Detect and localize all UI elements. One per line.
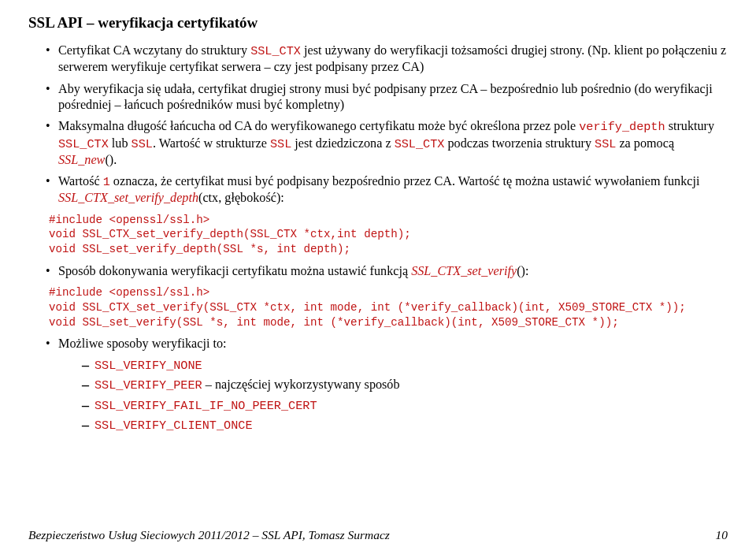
sub-list: SSL_VERIFY_NONE SSL_VERIFY_PEER – najczę… bbox=[58, 357, 728, 434]
code-inline: SSL bbox=[132, 137, 153, 151]
fn-name: SSL_new bbox=[58, 153, 105, 167]
text: . Wartość w strukturze bbox=[153, 136, 270, 151]
page-number: 10 bbox=[716, 528, 728, 542]
text: – najczęściej wykorzystywany sposób bbox=[202, 378, 400, 392]
code-inline: SSL_CTX bbox=[58, 137, 109, 151]
const-name: SSL_VERIFY_NONE bbox=[94, 359, 202, 373]
bullet-4: Wartość 1 oznacza, że certyfikat musi by… bbox=[46, 173, 728, 207]
sub-item-3: SSL_VERIFY_FAIL_IF_NO_PEER_CERT bbox=[82, 397, 728, 414]
footer: Bezpieczeństwo Usług Sieciowych 2011/201… bbox=[28, 528, 728, 542]
text: podczas tworzenia struktury bbox=[444, 136, 595, 151]
main-list-cont1: Sposób dokonywania weryfikacji certyfika… bbox=[28, 263, 728, 279]
const-name: SSL_VERIFY_CLIENT_ONCE bbox=[94, 419, 253, 433]
sub-item-4: SSL_VERIFY_CLIENT_ONCE bbox=[82, 417, 728, 434]
bullet-2: Aby weryfikacja się udała, certyfikat dr… bbox=[46, 81, 728, 113]
text: lub bbox=[109, 136, 132, 151]
text: za pomocą bbox=[616, 136, 674, 151]
code-inline: SSL_CTX bbox=[250, 44, 301, 58]
text: : bbox=[525, 264, 529, 278]
code-inline: verify_depth bbox=[579, 120, 665, 134]
text: : bbox=[280, 191, 284, 205]
text: Certyfikat CA wczytany do struktury bbox=[58, 43, 250, 58]
main-list: Certyfikat CA wczytany do struktury SSL_… bbox=[28, 43, 728, 207]
text: oznacza, że certyfikat musi być podpisan… bbox=[110, 174, 700, 188]
text: () bbox=[105, 153, 113, 167]
page: SSL API – weryfikacja certyfikatów Certy… bbox=[0, 0, 756, 547]
code-inline: SSL bbox=[595, 137, 616, 151]
text: Aby weryfikacja się udała, certyfikat dr… bbox=[58, 82, 713, 112]
text: jest dziedziczona z bbox=[291, 136, 394, 151]
fn-name: SSL_CTX_set_verify_depth bbox=[58, 191, 198, 205]
bullet-6: Możliwe sposoby weryfikacji to: SSL_VERI… bbox=[46, 336, 728, 434]
code-inline: 1 bbox=[103, 175, 110, 189]
const-name: SSL_VERIFY_PEER bbox=[94, 378, 202, 393]
text: . bbox=[113, 153, 117, 167]
bullet-1: Certyfikat CA wczytany do struktury SSL_… bbox=[46, 43, 728, 76]
code-inline: SSL_CTX bbox=[395, 137, 445, 151]
footer-left: Bezpieczeństwo Usług Sieciowych 2011/201… bbox=[28, 528, 390, 542]
text: Wartość bbox=[58, 174, 103, 188]
text: Sposób dokonywania weryfikacji certyfika… bbox=[58, 264, 411, 278]
page-title: SSL API – weryfikacja certyfikatów bbox=[28, 14, 728, 32]
text: struktury bbox=[665, 119, 715, 133]
code-inline: SSL bbox=[270, 137, 291, 151]
arg: ctx bbox=[202, 191, 218, 205]
sub-item-2: SSL_VERIFY_PEER – najczęściej wykorzysty… bbox=[82, 377, 728, 393]
arg: głębokość bbox=[224, 191, 276, 205]
sub-item-1: SSL_VERIFY_NONE bbox=[82, 357, 728, 374]
text: Możliwe sposoby weryfikacji to: bbox=[58, 337, 227, 351]
fn-name: SSL_CTX_set_verify bbox=[411, 264, 517, 278]
code-block-2: #include <openssl/ssl.h> void SSL_CTX_se… bbox=[49, 285, 728, 329]
main-list-cont2: Możliwe sposoby weryfikacji to: SSL_VERI… bbox=[28, 336, 728, 434]
text: Maksymalna długość łańcucha od CA do wer… bbox=[58, 119, 579, 133]
bullet-3: Maksymalna długość łańcucha od CA do wer… bbox=[46, 118, 728, 168]
code-block-1: #include <openssl/ssl.h> void SSL_CTX_se… bbox=[49, 213, 728, 257]
bullet-5: Sposób dokonywania weryfikacji certyfika… bbox=[46, 263, 728, 279]
text: () bbox=[517, 264, 525, 278]
const-name: SSL_VERIFY_FAIL_IF_NO_PEER_CERT bbox=[94, 399, 317, 413]
